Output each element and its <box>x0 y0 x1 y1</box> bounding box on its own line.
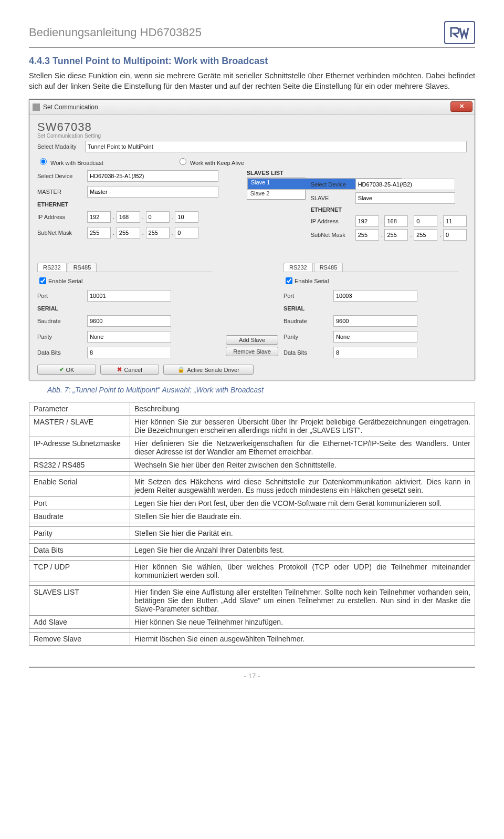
select-device-label-slave: Select Device <box>311 181 355 188</box>
baud-master[interactable] <box>87 315 171 327</box>
master-label: MASTER <box>37 189 87 195</box>
port-label-master: Port <box>37 293 87 299</box>
master-mask-0[interactable] <box>87 227 111 239</box>
slave-mask-2[interactable] <box>414 229 437 241</box>
port-label-slave: Port <box>284 293 333 299</box>
header-title: Bedienungsanleitung HD6703825 <box>29 26 202 39</box>
radio-keepalive-input[interactable] <box>180 158 186 165</box>
section-title: 4.4.3 Tunnel Point to Multipoint: Work w… <box>29 56 475 67</box>
table-row: Data BitsLegen Sie hier die Anzahl Ihrer… <box>29 544 475 557</box>
brand: SW67038 Set Communication Setting <box>29 118 475 139</box>
slave-mask-1[interactable] <box>384 229 408 241</box>
master-mask-3[interactable] <box>175 227 198 239</box>
slave-ip-0[interactable] <box>355 215 379 227</box>
check-icon: ✔ <box>59 366 64 373</box>
radio-broadcast-input[interactable] <box>40 158 47 165</box>
enable-serial-master[interactable]: Enable Serial <box>37 274 220 288</box>
select-device-label: Select Device <box>37 173 87 179</box>
app-icon <box>33 103 40 111</box>
slave-mask-3[interactable] <box>443 229 467 241</box>
master-ip-0[interactable] <box>87 211 111 223</box>
table-row: TCP / UDPHier können Sie wählen, über we… <box>29 561 475 582</box>
parity-master[interactable] <box>87 331 171 343</box>
serial-head-slave: SERIAL <box>284 304 467 313</box>
parity-slave[interactable] <box>333 331 417 343</box>
lock-icon: 🔒 <box>177 366 185 373</box>
slaves-listbox[interactable]: Slave 1 Slave 2 <box>247 178 306 200</box>
table-row: IP-Adresse SubnetzmaskeHier definieren S… <box>29 437 475 459</box>
window-title: Set Communication <box>43 103 98 111</box>
radio-keepalive[interactable]: Work with Keep Alive <box>177 157 244 166</box>
slave-ip-1[interactable] <box>384 215 408 227</box>
slave-ip-2[interactable] <box>414 215 437 227</box>
parameter-table: Parameter Beschreibung MASTER / SLAVEHie… <box>29 402 475 646</box>
master-ip-1[interactable] <box>117 211 140 223</box>
enable-serial-master-checkbox[interactable] <box>39 277 46 284</box>
slave-mask-0[interactable] <box>355 229 379 241</box>
table-row: Remove SlaveHiermit löschen Sie einen au… <box>29 633 475 646</box>
tab-rs232-master[interactable]: RS232 <box>37 263 67 272</box>
table-row: Add SlaveHier können Sie neue Teilnehmer… <box>29 616 475 629</box>
brand-title: SW67038 <box>37 120 467 134</box>
brand-subtitle: Set Communication Setting <box>37 133 467 139</box>
tab-rs232-slave[interactable]: RS232 <box>284 263 313 272</box>
table-head-desc: Beschreibung <box>130 402 475 416</box>
ethernet-head-slave: ETHERNET <box>311 205 467 214</box>
baud-label-slave: Baudrate <box>284 318 333 324</box>
table-row: PortLegen Sie hier den Port fest, über d… <box>29 497 475 510</box>
databits-label-master: Data Bits <box>37 349 87 356</box>
subnet-label-slave: SubNet Mask <box>311 232 355 238</box>
master-mask-2[interactable] <box>146 227 170 239</box>
ip-label-slave: IP Address <box>311 218 355 224</box>
select-modality[interactable] <box>85 141 467 152</box>
select-device-slave[interactable] <box>355 179 455 190</box>
databits-label-slave: Data Bits <box>284 349 333 356</box>
enable-serial-slave[interactable]: Enable Serial <box>284 274 467 288</box>
tab-rs485-master[interactable]: RS485 <box>68 263 97 272</box>
logo <box>444 21 475 44</box>
add-slave-button[interactable]: Add Slave <box>226 335 278 345</box>
parity-label-slave: Parity <box>284 334 333 340</box>
ethernet-head-master: ETHERNET <box>37 200 242 209</box>
master-mask-1[interactable] <box>117 227 140 239</box>
databits-slave[interactable] <box>333 347 417 358</box>
table-row: Enable SerialMit Setzen des Häkchens wir… <box>29 475 475 497</box>
slave-label: SLAVE <box>311 195 355 201</box>
page-footer: - 17 - <box>29 667 475 680</box>
ok-button[interactable]: ✔ OK <box>37 365 96 375</box>
master-ip-2[interactable] <box>146 211 170 223</box>
figure-caption: Abb. 7: „Tunnel Point to Multipoint" Aus… <box>47 386 475 394</box>
baud-slave[interactable] <box>333 315 417 327</box>
app-window: Set Communication ✕ SW67038 Set Communic… <box>29 99 475 380</box>
table-row: RS232 / RS485Wechseln Sie hier über den … <box>29 459 475 472</box>
list-item[interactable]: Slave 2 <box>247 190 305 197</box>
slave-name-input[interactable] <box>355 192 455 204</box>
select-modality-label: Select Madality <box>37 143 85 150</box>
port-master-input[interactable] <box>87 290 171 302</box>
subnet-label-master: SubNet Mask <box>37 230 87 236</box>
x-icon: ✖ <box>117 366 122 373</box>
table-row: MASTER / SLAVEHier können Sie zur besser… <box>29 416 475 437</box>
cancel-button[interactable]: ✖ Cancel <box>100 365 159 375</box>
parity-label-master: Parity <box>37 334 87 340</box>
active-seriale-driver-button[interactable]: 🔒 Active Seriale Driver <box>163 365 254 375</box>
close-button[interactable]: ✕ <box>450 101 472 112</box>
serial-head-master: SERIAL <box>37 304 220 313</box>
page-header: Bedienungsanleitung HD6703825 <box>29 21 475 48</box>
tab-rs485-slave[interactable]: RS485 <box>314 263 343 272</box>
table-row: SLAVES LISTHier finden Sie eine Auflistu… <box>29 586 475 616</box>
remove-slave-button[interactable]: Remove Slave <box>226 347 278 356</box>
baud-label-master: Baudrate <box>37 318 87 324</box>
ip-label-master: IP Address <box>37 214 87 220</box>
slaves-list-label: SLAVES LIST <box>247 168 467 178</box>
master-name-input[interactable] <box>87 186 218 198</box>
databits-master[interactable] <box>87 347 171 358</box>
intro-paragraph: Stellen Sie diese Funktion ein, wenn sie… <box>29 71 475 91</box>
radio-broadcast[interactable]: Work with Broadcast <box>37 157 103 166</box>
slave-ip-3[interactable] <box>443 215 467 227</box>
enable-serial-slave-checkbox[interactable] <box>286 277 292 284</box>
table-row: BaudrateStellen Sie hier die Baudrate ei… <box>29 510 475 523</box>
port-slave-input[interactable] <box>333 290 417 302</box>
select-device-master[interactable] <box>87 170 218 182</box>
master-ip-3[interactable] <box>175 211 198 223</box>
